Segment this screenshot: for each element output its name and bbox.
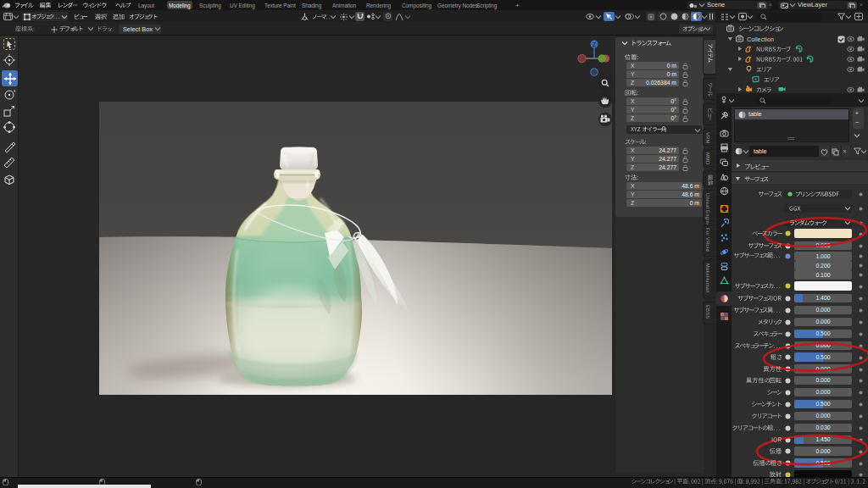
svg-text:Z: Z	[593, 42, 596, 47]
